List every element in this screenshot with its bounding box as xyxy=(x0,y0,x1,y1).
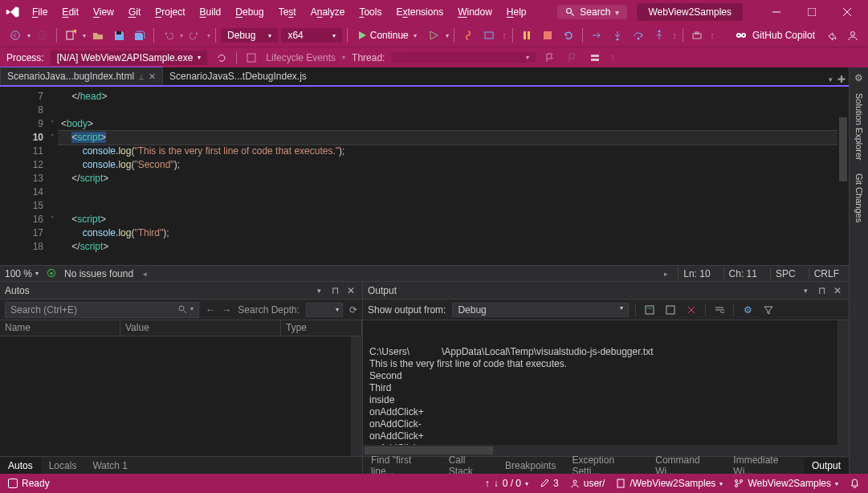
menu-test[interactable]: Test xyxy=(272,3,303,21)
tab-git-changes[interactable]: Git Changes xyxy=(853,169,866,227)
save-icon[interactable] xyxy=(110,26,128,44)
panel-close-icon[interactable]: ✕ xyxy=(831,284,844,297)
user-status[interactable]: user/ xyxy=(570,478,605,489)
flag-icon[interactable] xyxy=(542,50,558,66)
refresh-process-icon[interactable] xyxy=(214,50,230,66)
tab-dropdown-icon[interactable]: ▾ xyxy=(829,75,833,84)
output-hscroll[interactable] xyxy=(363,445,837,456)
step-into-icon[interactable] xyxy=(609,26,626,44)
menu-debug[interactable]: Debug xyxy=(229,3,270,21)
autos-scrollbar[interactable] xyxy=(351,336,362,456)
editor-scrollbar[interactable] xyxy=(837,87,849,265)
save-all-icon[interactable] xyxy=(131,26,149,44)
nav-fwd-icon[interactable] xyxy=(34,26,51,44)
panel-dropdown-icon[interactable]: ▾ xyxy=(799,284,812,297)
continue-button[interactable]: Continue ▾ xyxy=(352,28,422,43)
stack-frame-icon[interactable] xyxy=(587,50,603,66)
hot-reload-icon[interactable] xyxy=(459,26,477,44)
issues-label[interactable]: No issues found xyxy=(64,268,133,279)
search-next-icon[interactable]: → xyxy=(222,304,231,316)
output-vscroll[interactable] xyxy=(837,320,849,456)
h-scrollbar[interactable]: ◂▸ xyxy=(141,269,670,279)
platform-combo[interactable]: x64▾ xyxy=(281,28,341,43)
zoom-level[interactable]: 100 %▾ xyxy=(5,268,39,279)
line-ending[interactable]: CRLF xyxy=(809,268,844,279)
tab-watch[interactable]: Watch 1 xyxy=(84,458,136,474)
depth-combo[interactable]: ▾ xyxy=(306,303,343,317)
copilot-button[interactable]: GitHub Copilot xyxy=(730,27,820,43)
menu-edit[interactable]: Edit xyxy=(55,3,85,21)
cursor-line[interactable]: Ln: 10 xyxy=(678,268,715,279)
menu-git[interactable]: Git xyxy=(122,3,147,21)
tab-active[interactable]: ScenarioJava...bugIndex.html ⟂ ✕ xyxy=(0,67,163,85)
open-icon[interactable] xyxy=(89,26,107,44)
edits-status[interactable]: 3 xyxy=(540,478,559,489)
browser-link-icon[interactable] xyxy=(480,26,498,44)
account-icon[interactable] xyxy=(844,26,862,44)
share-icon[interactable] xyxy=(823,26,841,44)
tab-solution-explorer[interactable]: Solution Explorer xyxy=(853,88,866,165)
panel-close-icon[interactable]: ✕ xyxy=(344,284,357,297)
restart-icon[interactable] xyxy=(560,26,577,44)
step-next-icon[interactable] xyxy=(588,26,605,44)
pin-icon[interactable]: ⟂ xyxy=(139,72,144,81)
branch-status[interactable]: WebView2Samples▾ xyxy=(734,478,838,489)
gear-icon[interactable]: ⚙ xyxy=(852,71,866,85)
wrap-icon[interactable] xyxy=(712,303,727,317)
config-combo[interactable]: Debug▾ xyxy=(221,28,278,43)
minimize-button[interactable] xyxy=(759,0,794,24)
find-msg-icon[interactable] xyxy=(642,303,657,317)
code-editor[interactable]: 78˅9˅101112131415˅161718 </head><body> <… xyxy=(0,87,849,265)
step-out-icon[interactable] xyxy=(650,26,668,44)
new-item-icon[interactable]: ✦ xyxy=(62,26,79,44)
menu-build[interactable]: Build xyxy=(194,3,228,21)
process-combo[interactable]: [N/A] WebView2APISample.exe▾ xyxy=(51,51,208,65)
panel-pin-icon[interactable]: ⊓ xyxy=(328,284,341,297)
menu-extensions[interactable]: Extensions xyxy=(389,3,450,21)
step-over-icon[interactable] xyxy=(630,26,647,44)
close-button[interactable] xyxy=(829,0,865,24)
menu-file[interactable]: File xyxy=(26,3,54,21)
menu-view[interactable]: View xyxy=(87,3,120,21)
redo-icon[interactable] xyxy=(186,26,204,44)
menu-project[interactable]: Project xyxy=(149,3,191,21)
pause-icon[interactable] xyxy=(518,26,536,44)
notifications[interactable] xyxy=(850,479,860,489)
menu-window[interactable]: Window xyxy=(451,3,499,21)
autos-tool-icon[interactable]: ⟳ xyxy=(349,304,357,316)
output-body[interactable]: C:\Users\ \AppData\Local\Temp\visualstud… xyxy=(363,320,849,456)
menu-tools[interactable]: Tools xyxy=(352,3,388,21)
play-noDebug-icon[interactable] xyxy=(425,26,442,44)
tab-inactive[interactable]: ScenarioJavaS...tDebugIndex.js xyxy=(163,67,313,85)
maximize-button[interactable] xyxy=(794,0,829,24)
goto-prev-icon[interactable] xyxy=(663,303,678,317)
tab-close-icon[interactable]: ✕ xyxy=(149,71,156,82)
search-prev-icon[interactable]: ← xyxy=(206,304,215,316)
tab-autos[interactable]: Autos xyxy=(0,458,41,474)
project-name[interactable]: WebView2Samples xyxy=(637,3,743,21)
menu-analyze[interactable]: Analyze xyxy=(304,3,352,21)
tab-breakpoints[interactable]: Breakpoints xyxy=(497,458,564,474)
search-box[interactable]: Search ▾ xyxy=(557,5,627,19)
autos-search[interactable]: Search (Ctrl+E) ▾ xyxy=(5,302,199,318)
repo-status[interactable]: /WebView2Samples▾ xyxy=(616,478,723,489)
col-type[interactable]: Type xyxy=(281,320,362,336)
tab-output[interactable]: Output xyxy=(804,458,849,474)
clear-all-icon[interactable] xyxy=(684,303,699,317)
undo-icon[interactable] xyxy=(159,26,177,44)
panel-pin-icon[interactable]: ⊓ xyxy=(815,284,828,297)
menu-help[interactable]: Help xyxy=(500,3,533,21)
flag-off-icon[interactable] xyxy=(564,50,581,66)
lifecycle-icon[interactable] xyxy=(243,50,259,66)
filter-icon[interactable] xyxy=(761,303,776,317)
panel-dropdown-icon[interactable]: ▾ xyxy=(312,284,325,297)
settings-icon[interactable]: ⚙ xyxy=(740,303,755,317)
nav-plus-icon[interactable]: ✚ xyxy=(837,74,846,85)
thread-combo[interactable]: ▾ xyxy=(391,52,536,63)
tab-locals[interactable]: Locals xyxy=(41,458,85,474)
toolbox-icon[interactable] xyxy=(688,26,706,44)
output-source-combo[interactable]: Debug▾ xyxy=(452,303,629,317)
col-name[interactable]: Name xyxy=(0,320,120,336)
sync-status[interactable]: ↑↓ 0 / 0▾ xyxy=(485,478,528,489)
indent-mode[interactable]: SPC xyxy=(770,268,801,279)
